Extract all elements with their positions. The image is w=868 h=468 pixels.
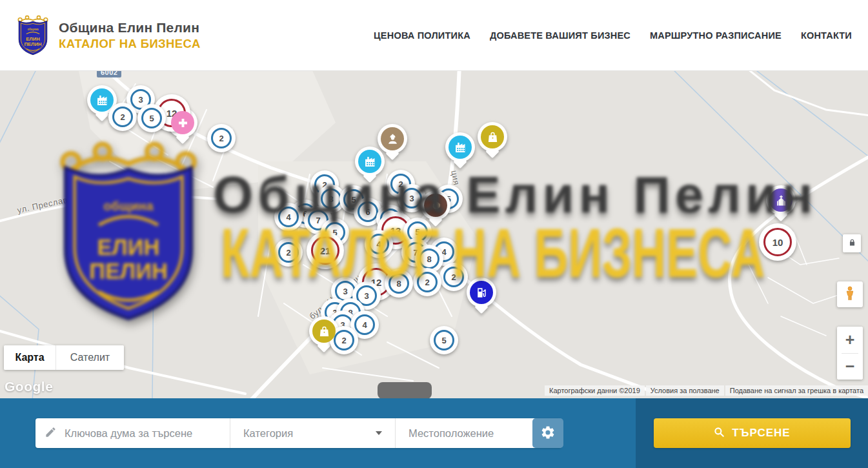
nav-item-pricing[interactable]: ЦЕНОВА ПОЛИТИКА bbox=[374, 30, 470, 41]
search-icon bbox=[713, 426, 725, 441]
cluster-marker[interactable]: 5 bbox=[430, 326, 458, 354]
cluster-count: 10 bbox=[763, 228, 792, 256]
search-input[interactable] bbox=[65, 427, 221, 440]
category-value: Категория bbox=[243, 427, 293, 440]
keyword-field[interactable] bbox=[35, 418, 230, 448]
factory-icon bbox=[358, 150, 381, 173]
cluster-marker[interactable]: 4 bbox=[365, 230, 393, 258]
church-icon bbox=[769, 188, 792, 212]
worker-icon bbox=[381, 127, 404, 150]
street-view-pegman-button[interactable] bbox=[837, 281, 863, 307]
brand-logo[interactable]: община ЕЛИН ПЕЛИН Община Елин Пелин КАТА… bbox=[16, 15, 201, 56]
brand-title: Община Елин Пелин bbox=[59, 20, 201, 36]
cluster-count: 3 bbox=[401, 188, 422, 209]
cluster-count: 2 bbox=[443, 267, 464, 287]
terms-link[interactable]: Условия за ползване bbox=[646, 385, 724, 396]
report-error-link[interactable]: Подаване на сигнал за грешка в картата bbox=[725, 385, 868, 396]
gear-icon bbox=[540, 425, 556, 442]
main-nav: ЦЕНОВА ПОЛИТИКА ДОБАВЕТЕ ВАШИЯТ БИЗНЕС М… bbox=[374, 30, 852, 41]
factory-pin[interactable] bbox=[355, 147, 385, 176]
map-type-map-button[interactable]: Карта bbox=[4, 345, 56, 370]
search-submit-button[interactable]: ТЪРСЕНЕ bbox=[654, 418, 851, 448]
header: община ЕЛИН ПЕЛИН Община Елин Пелин КАТА… bbox=[0, 0, 868, 71]
map-dark-shape bbox=[378, 382, 432, 398]
worker-pin[interactable] bbox=[378, 124, 407, 154]
chevron-down-icon bbox=[376, 431, 382, 435]
cluster-marker[interactable]: 2 bbox=[207, 124, 236, 152]
cluster-marker[interactable]: 2 bbox=[108, 103, 137, 131]
zoom-in-button[interactable]: + bbox=[837, 327, 863, 353]
search-button-label: ТЪРСЕНЕ bbox=[732, 427, 790, 440]
google-logo[interactable]: Google bbox=[5, 379, 53, 394]
cluster-count: 6 bbox=[358, 201, 378, 222]
category-select[interactable]: Категория bbox=[230, 418, 395, 448]
nav-item-contacts[interactable]: КОНТАКТИ bbox=[801, 30, 852, 41]
bag-pin[interactable] bbox=[478, 122, 507, 152]
svg-text:ЕЛИН: ЕЛИН bbox=[26, 36, 40, 41]
flame-icon bbox=[424, 194, 447, 217]
svg-text:ПЕЛИН: ПЕЛИН bbox=[24, 41, 42, 47]
church-pin[interactable] bbox=[766, 185, 796, 215]
cluster-count: 4 bbox=[278, 207, 299, 227]
svg-text:община: община bbox=[27, 27, 39, 31]
search-bar-left: Категория Местоположение bbox=[0, 398, 636, 468]
cluster-count: 8 bbox=[389, 273, 409, 294]
cluster-marker[interactable]: 4 bbox=[274, 203, 303, 231]
pencil-icon bbox=[45, 426, 57, 441]
nav-item-route-schedule[interactable]: МАРШРУТНО РАЗПИСАНИЕ bbox=[650, 30, 782, 41]
fuel-icon bbox=[470, 281, 493, 304]
cluster-count: 4 bbox=[354, 314, 375, 335]
map-canvas[interactable]: 6002ул. Преславбул. „Новоселци“ция 31225… bbox=[0, 71, 868, 398]
map-type-control: Карта Сателит bbox=[4, 345, 124, 370]
lock-button[interactable] bbox=[843, 234, 861, 252]
cluster-count: 2 bbox=[417, 272, 438, 292]
cluster-count: 2 bbox=[211, 128, 232, 148]
cross-icon bbox=[171, 111, 194, 134]
pegman-icon bbox=[842, 285, 858, 304]
cluster-marker[interactable]: 2 bbox=[274, 238, 303, 267]
cluster-marker[interactable]: 21 bbox=[307, 232, 344, 269]
advanced-search-button[interactable] bbox=[532, 418, 563, 448]
brand-subtitle: КАТАЛОГ НА БИЗНЕСА bbox=[59, 37, 201, 51]
cluster-count: 2 bbox=[112, 107, 133, 127]
zoom-control: + − bbox=[837, 327, 863, 380]
factory-icon bbox=[449, 136, 472, 159]
cluster-count: 3 bbox=[321, 188, 341, 209]
bag-icon bbox=[312, 320, 336, 343]
location-value: Местоположение bbox=[409, 427, 494, 440]
cluster-marker[interactable]: 2 bbox=[439, 263, 468, 291]
cluster-marker[interactable]: 2 bbox=[413, 268, 441, 296]
map-type-satellite-button[interactable]: Сателит bbox=[56, 345, 124, 370]
municipality-shield-icon: община ЕЛИН ПЕЛИН bbox=[16, 15, 50, 56]
factory-pin[interactable] bbox=[445, 132, 475, 162]
map-attribution: Картографски данни ©2019 Условия за полз… bbox=[545, 385, 868, 396]
cluster-marker[interactable]: 10 bbox=[759, 223, 796, 261]
cluster-count: 2 bbox=[278, 242, 299, 263]
flame-pin[interactable] bbox=[421, 190, 450, 220]
fuel-pin[interactable] bbox=[467, 278, 496, 307]
cluster-count: 2 bbox=[334, 330, 354, 351]
search-bar-right: ТЪРСЕНЕ bbox=[636, 398, 868, 468]
lock-icon bbox=[848, 238, 856, 249]
attribution-copyright: Картографски данни ©2019 bbox=[545, 385, 645, 396]
bag-icon bbox=[481, 125, 504, 148]
search-fields: Категория Местоположение bbox=[35, 418, 561, 448]
cluster-count: 21 bbox=[311, 236, 339, 265]
cluster-count: 8 bbox=[419, 249, 439, 269]
cluster-count: 5 bbox=[141, 108, 162, 128]
factory-icon bbox=[90, 88, 114, 112]
nav-item-add-business[interactable]: ДОБАВЕТЕ ВАШИЯТ БИЗНЕС bbox=[490, 30, 631, 41]
cluster-count: 5 bbox=[434, 330, 454, 351]
zoom-out-button[interactable]: − bbox=[837, 354, 863, 380]
search-bar: Категория Местоположение ТЪРСЕНЕ bbox=[0, 398, 868, 468]
cluster-marker[interactable]: 8 bbox=[385, 269, 413, 298]
cluster-count: 4 bbox=[368, 234, 389, 254]
cluster-marker[interactable]: 5 bbox=[137, 104, 166, 132]
